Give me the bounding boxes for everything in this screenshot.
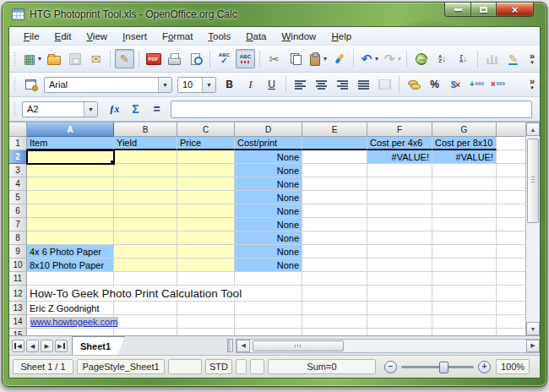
cell-F4[interactable] [367, 177, 432, 191]
cell-A11[interactable] [27, 272, 114, 286]
cell-C4[interactable] [177, 177, 235, 191]
cell-F9[interactable] [367, 245, 432, 259]
cell-C7[interactable] [177, 218, 235, 231]
cell-F14[interactable] [367, 315, 432, 329]
cut-button[interactable]: ✂ [264, 49, 284, 68]
underline-button[interactable]: U [262, 75, 281, 95]
dropdown-arrow-icon[interactable]: ▼ [84, 102, 97, 117]
row-header-7[interactable]: 7 [9, 218, 27, 231]
page-style-field[interactable]: PageStyle_Sheet1 [77, 359, 165, 374]
cell-G13[interactable] [432, 302, 497, 315]
menu-format[interactable]: Format [155, 30, 200, 43]
cell-C11[interactable] [177, 272, 235, 286]
howtogeek-link[interactable]: www.howtogeek.com [30, 317, 118, 327]
copy-button[interactable] [285, 49, 305, 68]
cell-F13[interactable] [367, 302, 432, 315]
cell-A4[interactable] [27, 177, 114, 191]
row-header-4[interactable]: 4 [9, 177, 27, 191]
row-header-5[interactable]: 5 [9, 191, 27, 204]
cell-F5[interactable] [367, 191, 432, 204]
cell-B2[interactable] [114, 150, 177, 164]
horizontal-scrollbar-thumb[interactable] [253, 340, 344, 351]
cell-C3[interactable] [177, 164, 235, 177]
auto-spellcheck-button[interactable] [236, 49, 255, 68]
cell-D9[interactable]: None [235, 245, 302, 259]
scroll-up-button[interactable]: ▲ [526, 122, 540, 136]
cell-E6[interactable] [302, 204, 367, 218]
row-header-3[interactable]: 3 [9, 164, 27, 177]
tab-scrollbar-splitter[interactable] [227, 339, 233, 352]
cell-D7[interactable]: None [235, 218, 302, 231]
cell-F15[interactable] [367, 329, 432, 335]
cell-G5[interactable] [432, 191, 497, 204]
selection-fill-handle[interactable] [110, 160, 114, 164]
row-header-14[interactable]: 14 [9, 315, 27, 329]
cell-A12[interactable]: How-To Geek Photo Print Calculation Tool [27, 286, 114, 302]
paste-button[interactable]: ▾ [307, 49, 328, 68]
save-button[interactable] [65, 49, 84, 68]
cell-A9[interactable]: 4x 6 Photo Paper [27, 245, 114, 259]
minimize-button[interactable] [444, 3, 471, 17]
scroll-down-button[interactable]: ▼ [526, 322, 540, 335]
cell-G7[interactable] [432, 218, 497, 231]
cell-C15[interactable] [177, 329, 235, 335]
cell-C8[interactable] [177, 231, 235, 245]
undo-button[interactable]: ↶▾ [358, 49, 379, 68]
dropdown-arrow-icon[interactable]: ▾ [375, 55, 378, 63]
cell-B4[interactable] [114, 177, 177, 191]
cell-A3[interactable] [27, 164, 114, 177]
insert-chart-button[interactable] [482, 49, 502, 68]
toolbar-grip[interactable] [14, 101, 17, 117]
cell-E12[interactable] [302, 286, 367, 302]
cell-C13[interactable] [177, 302, 235, 315]
scroll-left-button[interactable]: ◀ [236, 340, 250, 352]
row-header-11[interactable]: 11 [9, 272, 27, 286]
spellcheck-button[interactable] [215, 49, 234, 68]
font-size-combobox[interactable]: 10 ▼ [177, 77, 216, 93]
horizontal-scrollbar[interactable]: ◀ ▶ [236, 339, 540, 353]
align-center-button[interactable] [312, 75, 331, 95]
zoom-level-field[interactable]: 100% [496, 359, 530, 374]
menu-help[interactable]: Help [323, 30, 359, 43]
formula-input-line[interactable] [171, 101, 532, 118]
dropdown-arrow-icon[interactable]: ▼ [202, 78, 215, 92]
sum-field[interactable]: Sum=0 [268, 359, 376, 374]
cell-B8[interactable] [114, 231, 177, 245]
cell-F11[interactable] [367, 272, 432, 286]
cell-F6[interactable] [367, 204, 432, 218]
close-button[interactable]: × [497, 3, 534, 17]
cell-C14[interactable] [177, 315, 235, 329]
cell-C10[interactable] [177, 259, 235, 272]
cell-G9[interactable] [432, 245, 497, 259]
cell-G8[interactable] [432, 231, 497, 245]
cell-D15[interactable] [235, 329, 302, 335]
toolbar-grip[interactable] [14, 52, 17, 67]
cell-A10[interactable]: 8x10 Photo Paper [27, 259, 114, 272]
scroll-right-button[interactable]: ▶ [526, 340, 540, 352]
cell-A8[interactable] [27, 231, 114, 245]
sheet-nav-next-button[interactable]: ▶ [41, 340, 53, 352]
cell-E8[interactable] [302, 231, 367, 245]
row-header-9[interactable]: 9 [9, 245, 27, 259]
hyperlink-button[interactable] [411, 49, 431, 68]
maximize-button[interactable] [471, 3, 497, 17]
format-paintbrush-button[interactable] [329, 49, 349, 68]
cell-D10[interactable]: None [235, 259, 302, 272]
row-header-10[interactable]: 10 [9, 259, 27, 272]
delete-decimal-button[interactable] [488, 75, 508, 95]
cell-E7[interactable] [302, 218, 367, 231]
cell-A13[interactable]: Eric Z Goodnight [27, 302, 114, 315]
cell-A1[interactable]: Item [27, 137, 114, 150]
cell-C6[interactable] [177, 204, 235, 218]
cell-B1[interactable]: Yield [114, 137, 177, 150]
zoom-slider-track[interactable] [401, 366, 474, 368]
toolbar-overflow-button[interactable]: » ▾ [527, 79, 537, 90]
cell-A15[interactable] [27, 329, 114, 335]
cell-B7[interactable] [114, 218, 177, 231]
col-header-F[interactable]: F [367, 122, 432, 137]
font-name-combobox[interactable]: Arial ▼ [44, 77, 172, 93]
sort-descending-button[interactable] [454, 49, 473, 68]
cell-E9[interactable] [302, 245, 367, 259]
cell-E15[interactable] [302, 329, 367, 335]
selection-mode-field[interactable]: STD [205, 359, 232, 374]
